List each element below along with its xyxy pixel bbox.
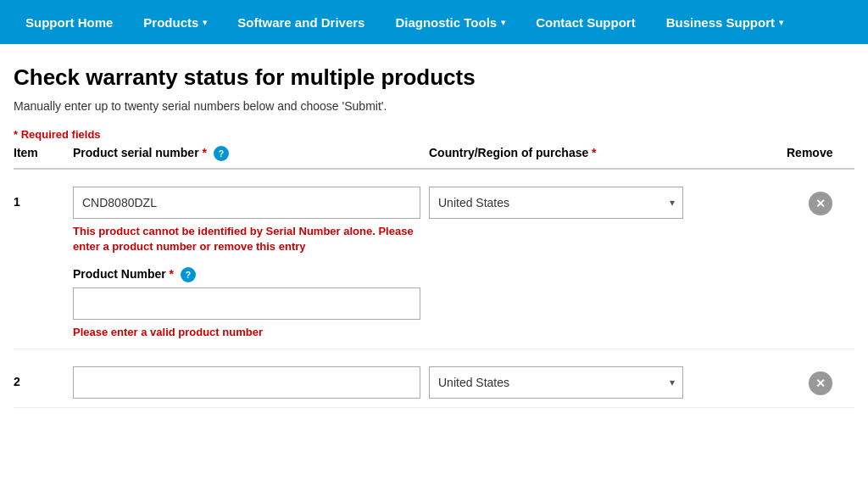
serial-input-1[interactable]	[73, 187, 420, 219]
country-select-wrapper-1: United States Canada United Kingdom Germ…	[429, 187, 683, 219]
main-content: Check warranty status for multiple produ…	[0, 44, 868, 421]
country-select-1[interactable]: United States Canada United Kingdom Germ…	[429, 187, 683, 219]
remove-button-1[interactable]: ✕	[809, 192, 832, 215]
row-2-serial-col	[73, 366, 429, 399]
required-fields-note: * Required fields	[14, 128, 854, 141]
remove-button-2[interactable]: ✕	[809, 371, 832, 395]
nav-item-diagnostic-tools[interactable]: Diagnostic Tools▾	[380, 0, 520, 44]
col-serial: Product serial number * ?	[73, 146, 429, 161]
product-number-label-1: Product Number * ?	[73, 267, 429, 282]
serial-help-icon[interactable]: ?	[214, 146, 229, 161]
serial-error-1: This product cannot be identified by Ser…	[73, 224, 420, 254]
product-number-error-1: Please enter a valid product number	[73, 325, 420, 340]
country-select-wrapper-2: United States Canada United Kingdom Germ…	[429, 366, 683, 399]
table-row: 2 United States Canada United Kingdom Ge…	[14, 349, 854, 408]
row-1-remove-col: ✕	[787, 187, 854, 215]
chevron-down-icon: ▾	[501, 18, 505, 27]
row-1-serial-col: This product cannot be identified by Ser…	[73, 187, 429, 340]
page-title: Check warranty status for multiple produ…	[14, 64, 854, 91]
main-nav: Support HomeProducts▾Software and Driver…	[0, 0, 868, 44]
table-header: Item Product serial number * ? Country/R…	[14, 146, 854, 170]
row-number-2: 2	[14, 366, 73, 388]
nav-item-contact-support[interactable]: Contact Support	[520, 0, 651, 44]
row-number-1: 1	[14, 187, 73, 209]
row-2-country-col: United States Canada United Kingdom Germ…	[429, 366, 787, 399]
col-country: Country/Region of purchase *	[429, 146, 787, 161]
nav-item-software-drivers[interactable]: Software and Drivers	[222, 0, 380, 44]
col-remove: Remove	[787, 146, 854, 161]
nav-item-support-home[interactable]: Support Home	[10, 0, 128, 44]
serial-input-2[interactable]	[73, 366, 420, 399]
rows-container: 1 This product cannot be identified by S…	[14, 170, 854, 408]
chevron-down-icon: ▾	[779, 18, 783, 27]
nav-item-products[interactable]: Products▾	[128, 0, 222, 44]
row-1-country-col: United States Canada United Kingdom Germ…	[429, 187, 787, 219]
row-2-remove-col: ✕	[787, 366, 854, 395]
page-subtitle: Manually enter up to twenty serial numbe…	[14, 99, 854, 113]
table-row: 1 This product cannot be identified by S…	[14, 170, 854, 349]
product-number-input-1[interactable]	[73, 287, 420, 320]
chevron-down-icon: ▾	[203, 18, 207, 27]
product-number-help-icon-1[interactable]: ?	[181, 267, 196, 282]
nav-item-business-support[interactable]: Business Support▾	[651, 0, 798, 44]
country-select-2[interactable]: United States Canada United Kingdom Germ…	[429, 366, 683, 399]
col-item: Item	[14, 146, 73, 161]
